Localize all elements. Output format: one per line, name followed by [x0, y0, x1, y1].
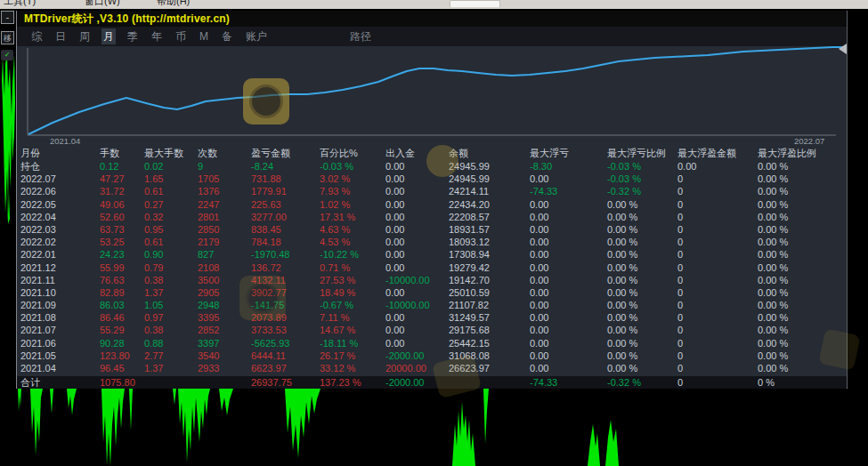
table-total-row[interactable]: 合计1075.8026937.75137.23 %-2000.00-74.33-… — [17, 376, 847, 389]
table-row[interactable]: 2021.05123.802.7735406444.1126.17 %-2000… — [17, 350, 847, 362]
cell: 0.00 % — [758, 211, 847, 223]
cell: 18931.57 — [449, 223, 530, 236]
cell: 0 — [677, 324, 758, 336]
cell: 7.11 % — [320, 311, 385, 324]
cell: 76.63 — [100, 274, 144, 286]
cell: 6444.11 — [251, 350, 320, 362]
cell: 17308.94 — [449, 248, 530, 261]
cell: 0.00 % — [607, 299, 677, 311]
cell: 0.00 — [385, 236, 449, 248]
table-row[interactable]: 2022.0253.250.612179784.184.53 %0.001809… — [17, 236, 847, 248]
cell: 0 — [677, 299, 758, 311]
cell: 6623.97 — [251, 362, 320, 374]
cell: 55.99 — [100, 261, 144, 274]
cell: 0 % — [758, 376, 847, 389]
cell: 0.00 % — [758, 198, 847, 211]
menu-item-币[interactable]: 币 — [174, 28, 188, 44]
market-spikes-bottom — [0, 389, 868, 466]
cell: 19279.42 — [449, 261, 530, 274]
equity-chart: 2021.04 2022.07 — [17, 46, 847, 142]
minimize-button[interactable]: - — [1, 11, 14, 24]
cell: 最大浮亏 — [530, 147, 607, 160]
cell: 0.00 % — [758, 236, 847, 248]
table-row[interactable]: 2021.0690.280.883397-5625.93-18.11 %0.00… — [17, 337, 847, 350]
cell: 14.67 % — [320, 324, 385, 336]
cell: 2021.07 — [20, 324, 100, 336]
table-row[interactable]: 2021.0886.460.9733952073.897.11 %0.00312… — [17, 311, 847, 324]
cell: 0.00 — [385, 311, 449, 324]
cell: 2021.11 — [20, 274, 100, 286]
table-row[interactable]: 2021.0986.031.052948-141.75-0.67 %-10000… — [17, 299, 847, 311]
cell: 0.00 % — [607, 311, 677, 324]
cell: -0.03 % — [607, 173, 677, 185]
cell: 1779.91 — [251, 185, 320, 197]
cell: 0.00 — [530, 236, 607, 248]
cell: 0.00 — [385, 248, 449, 261]
table-row[interactable]: 2021.1255.990.792108136.720.71 %0.001927… — [17, 261, 847, 274]
window-title[interactable]: MTDriver统计 ,V3.10 (http://mtdriver.cn) — [17, 11, 847, 27]
table-row[interactable]: 2022.0747.271.651705731.883.02 %0.002494… — [17, 173, 847, 185]
menu-item-账户[interactable]: 账户 — [244, 28, 269, 44]
menu-bar: 综日周月季年币M备账户路径 — [17, 27, 847, 46]
menu-item-季[interactable]: 季 — [126, 28, 140, 44]
cell: 86.46 — [100, 311, 144, 324]
equity-line — [28, 47, 844, 134]
cell: 0.00 — [530, 274, 607, 286]
cell: 0 — [677, 236, 758, 248]
table-row[interactable]: 2021.1082.891.3729053902.7718.49 %0.0025… — [17, 286, 847, 299]
cell: 0.00 % — [758, 274, 847, 286]
cell: -18.11 % — [320, 337, 385, 350]
cell: 0.88 — [144, 337, 198, 350]
cell: 最大浮亏比例 — [607, 147, 677, 160]
table-row[interactable]: 2022.0631.720.6113761779.917.93 %0.00242… — [17, 185, 847, 197]
table-row[interactable]: 2021.1176.630.3835004132.1127.53 %-10000… — [17, 274, 847, 286]
cell: 0.00 % — [607, 362, 677, 374]
cell: 123.80 — [100, 350, 144, 362]
cell: 63.73 — [100, 223, 144, 236]
cell: 2022.07 — [20, 173, 100, 185]
cell: -8.30 — [530, 160, 607, 173]
cell: 2801 — [198, 211, 251, 223]
cell: 0 — [677, 362, 758, 374]
cell: 0.00 % — [607, 274, 677, 286]
menu-item-年[interactable]: 年 — [150, 28, 164, 44]
cell: 838.45 — [251, 223, 320, 236]
cell: 最大手数 — [144, 147, 198, 160]
cell: 0.00 — [530, 173, 607, 185]
cell: 1.37 — [144, 362, 198, 374]
cell: 9 — [198, 160, 251, 173]
cell: 18.49 % — [320, 286, 385, 299]
cell: 4.53 % — [320, 236, 385, 248]
move-button[interactable]: 移 — [1, 31, 14, 44]
cell: 0.00 % — [758, 173, 847, 185]
menu-item-备[interactable]: 备 — [220, 28, 234, 44]
cell: 82.89 — [100, 286, 144, 299]
cell: 2852 — [198, 324, 251, 336]
menu-item-路径[interactable]: 路径 — [348, 28, 373, 44]
cell: 0.00 % — [607, 261, 677, 274]
menu-item-综[interactable]: 综 — [29, 28, 44, 44]
cell: 合计 — [20, 376, 100, 389]
mtdriver-stats-window: MTDriver统计 ,V3.10 (http://mtdriver.cn) 综… — [16, 11, 848, 389]
cell: 0 — [677, 198, 758, 211]
menu-item-月[interactable]: 月 — [101, 28, 116, 44]
cell: 0.00 % — [758, 311, 847, 324]
watermark-square — [818, 328, 860, 370]
menu-item-日[interactable]: 日 — [53, 28, 68, 44]
table-row[interactable]: 2022.0363.730.952850838.454.63 %0.001893… — [17, 223, 847, 236]
cell: -74.33 — [530, 376, 607, 389]
menu-item-M[interactable]: M — [198, 28, 210, 44]
table-row[interactable]: 2021.0496.451.3729336623.9733.12 %20000.… — [17, 362, 847, 374]
table-row[interactable]: 2022.0124.230.90827-1970.48-10.22 %0.001… — [17, 248, 847, 261]
table-row[interactable]: 2022.0452.600.3228013277.0017.31 %0.0022… — [17, 211, 847, 223]
underlying-menu-fragment: 窗口(W) — [85, 0, 120, 8]
cell: -10000.00 — [385, 274, 449, 286]
cell: 0.90 — [144, 248, 198, 261]
menu-item-周[interactable]: 周 — [77, 28, 92, 44]
table-row[interactable]: 2021.0755.290.3828523733.5314.67 %0.0029… — [17, 324, 847, 336]
table-row[interactable]: 2022.0549.060.272247225.631.02 %0.002243… — [17, 198, 847, 211]
cell: 0.00 % — [758, 286, 847, 299]
cell: 0 — [677, 350, 758, 362]
cell: 3.02 % — [320, 173, 385, 185]
cell: 0.00 % — [607, 198, 677, 211]
